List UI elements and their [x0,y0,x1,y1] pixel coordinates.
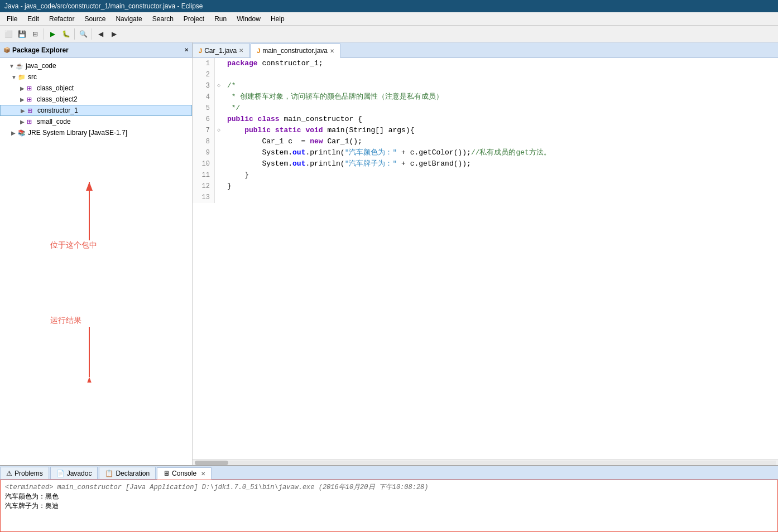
annotation-run-svg [33,327,145,383]
tab-main-icon: J [257,47,260,54]
scroll-thumb[interactable] [195,461,228,465]
line-content-10: System.out.println("汽车牌子为：" + c.getBrand… [223,158,778,170]
code-line-12: 12 } [193,181,778,192]
line-marker-13 [215,192,223,203]
line-marker-12 [215,181,223,192]
menu-window[interactable]: Window [232,14,265,24]
tab-javadoc[interactable]: 📄 Javadoc [50,467,98,479]
menu-navigate[interactable]: Navigate [111,14,146,24]
toolbar-sep-1 [44,28,44,40]
menu-edit[interactable]: Edit [23,14,44,24]
editor-scrollbar[interactable] [193,460,778,465]
menu-search[interactable]: Search [148,14,178,24]
java-code-label: java_code [26,62,56,70]
menu-source[interactable]: Source [80,14,110,24]
tab-car1-close[interactable]: ✕ [239,47,243,54]
java-code-icon: ☕ [16,62,25,70]
line-num-10: 10 [193,158,215,170]
line-marker-8 [215,136,223,147]
line-num-13: 13 [193,192,215,203]
toolbar-sep-3 [92,28,92,40]
tab-problems[interactable]: ⚠ Problems [0,467,49,479]
tree-item-small-code[interactable]: ▶ ⊞ small_code [0,116,192,127]
toolbar-save-all[interactable]: ⊟ [29,28,41,40]
toggle-class-object[interactable]: ▶ [20,85,27,91]
package-explorer-icon: 📦 [3,47,10,53]
toolbar-sep-2 [74,28,75,40]
line-num-3: 3 [193,80,215,91]
tab-console[interactable]: 🖥 Console ✕ [157,467,212,480]
toolbar-forward[interactable]: ▶ [108,28,120,40]
line-content-6: public class main_constructor { [223,114,778,125]
annotation-run-text [33,327,145,384]
console-terminated: <terminated> main_constructor [Java Appl… [5,482,773,492]
line-content-8: Car_1 c = new Car_1(); [223,136,778,147]
tree-item-class-object[interactable]: ▶ ⊞ class_object [0,83,192,94]
code-line-11: 11 } [193,170,778,181]
tree-item-java-code[interactable]: ▼ ☕ java_code [0,60,192,71]
window-title: Java - java_code/src/constructor_1/main_… [4,2,203,10]
class-object-label: class_object [37,84,74,92]
menu-project[interactable]: Project [179,14,209,24]
line-marker-5 [215,103,223,114]
toggle-class-object2[interactable]: ▶ [20,96,27,103]
bottom-tabs: ⚠ Problems 📄 Javadoc 📋 Declaration 🖥 Con… [0,466,778,480]
line-content-5: */ [223,103,778,114]
src-label: src [28,73,37,81]
line-content-3: /* [223,80,778,91]
menu-file[interactable]: File [2,14,22,24]
code-line-13: 13 [193,192,778,203]
toggle-java-code[interactable]: ▼ [9,63,16,69]
code-editor[interactable]: 1 package constructor_1; 2 3 ◇ / [193,58,778,460]
code-lines: 1 package constructor_1; 2 3 ◇ / [193,58,778,203]
content-area: 📦 Package Explorer ✕ ▼ ☕ java_code ▼ 📁 [0,42,778,465]
toggle-src[interactable]: ▼ [11,74,18,80]
tab-car1-icon: J [199,47,202,54]
constructor-1-label: constructor_1 [37,107,78,114]
toolbar-search[interactable]: 🔍 [77,28,89,40]
tab-main-label: main_constructor.java [262,47,328,55]
console-icon: 🖥 [163,470,170,477]
toolbar-new[interactable]: ⬜ [2,28,15,40]
declaration-icon: 📋 [105,470,113,477]
code-line-7: 7 ◇ public static void main(String[] arg… [193,125,778,136]
title-bar: Java - java_code/src/constructor_1/main_… [0,0,778,12]
problems-icon: ⚠ [6,470,12,477]
toolbar-run[interactable]: ▶ [46,28,59,40]
code-line-5: 5 */ [193,103,778,114]
small-code-label: small_code [37,118,71,125]
line-num-12: 12 [193,181,215,192]
toggle-small-code[interactable]: ▶ [20,119,27,125]
toolbar-back[interactable]: ◀ [94,28,107,40]
tree-item-class-object2[interactable]: ▶ ⊞ class_object2 [0,94,192,105]
line-num-1: 1 [193,58,215,69]
toolbar-debug[interactable]: 🐛 [60,28,72,40]
console-close[interactable]: ✕ [201,471,205,477]
sidebar-title: Package Explorer [12,46,69,54]
toggle-jre[interactable]: ▶ [11,130,18,136]
line-content-2 [223,69,778,80]
line-num-5: 5 [193,103,215,114]
code-line-4: 4 * 创建桥车对象，访问轿车的颜色品牌的属性（注意是私有成员） [193,91,778,103]
line-content-9: System.out.println("汽车颜色为：" + c.getColor… [223,147,778,158]
tree-item-jre[interactable]: ▶ 📚 JRE System Library [JavaSE-1.7] [0,127,192,138]
line-num-4: 4 [193,91,215,103]
tab-main-constructor[interactable]: J main_constructor.java ✕ [251,43,340,58]
tab-main-close[interactable]: ✕ [330,48,334,54]
menu-help[interactable]: Help [266,14,289,24]
toolbar-save[interactable]: 💾 [16,28,28,40]
tab-declaration[interactable]: 📋 Declaration [99,467,156,479]
toggle-constructor-1[interactable]: ▶ [21,108,27,114]
menu-run[interactable]: Run [210,14,231,24]
tree-item-constructor-1[interactable]: ▶ ⊞ constructor_1 [0,105,192,116]
tree-item-src[interactable]: ▼ 📁 src [0,71,192,83]
line-content-1: package constructor_1; [223,58,778,69]
scroll-track[interactable] [195,461,776,465]
sidebar-minimize[interactable]: ✕ [184,47,189,53]
console-output-1: 汽车颜色为：黑色 [5,492,773,501]
run-annotation-label: 运行结果 [50,316,81,326]
bottom-panel: ⚠ Problems 📄 Javadoc 📋 Declaration 🖥 Con… [0,465,778,532]
menu-refactor[interactable]: Refactor [45,14,79,24]
tab-bar: J Car_1.java ✕ J main_constructor.java ✕ [193,42,778,58]
tab-car1[interactable]: J Car_1.java ✕ [193,43,249,57]
